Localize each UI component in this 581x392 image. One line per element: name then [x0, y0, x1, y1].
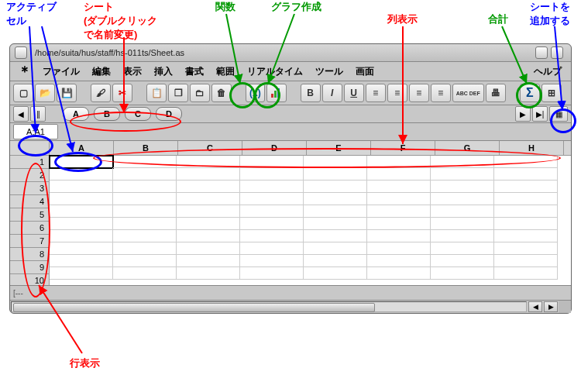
cut-icon[interactable]: ✂	[112, 84, 132, 102]
cell[interactable]	[177, 193, 240, 205]
col-header[interactable]: E	[307, 141, 371, 155]
sheet-last-icon[interactable]: ▶|	[532, 106, 548, 122]
cell[interactable]	[177, 255, 240, 267]
cell[interactable]	[113, 156, 177, 168]
row-header[interactable]: 3	[10, 182, 49, 195]
cell[interactable]	[240, 193, 304, 205]
sheet-next-icon[interactable]: ▶	[515, 106, 531, 122]
cell[interactable]	[494, 205, 558, 218]
cell[interactable]	[240, 205, 304, 218]
window-button-r1[interactable]	[535, 46, 548, 59]
align-justify-icon[interactable]: ≡	[431, 84, 451, 102]
titlebar[interactable]: /home/suita/hus/staff/hs-011ts/Sheet.as	[10, 44, 571, 62]
cell[interactable]	[113, 168, 177, 181]
cell[interactable]	[494, 255, 558, 267]
cell[interactable]	[304, 193, 367, 205]
cell-a1[interactable]	[50, 156, 113, 168]
cell[interactable]	[304, 267, 367, 280]
sheet-tab-c[interactable]: C	[125, 107, 151, 121]
cell[interactable]	[367, 205, 431, 218]
copy-icon[interactable]: ❐	[168, 84, 188, 102]
app-menu-icon[interactable]: ＊	[13, 62, 36, 81]
cell[interactable]	[177, 230, 240, 242]
row-header[interactable]: 5	[10, 208, 49, 222]
cell[interactable]	[177, 181, 240, 193]
sum-button[interactable]: Σ	[520, 84, 540, 102]
row-header[interactable]: 8	[10, 248, 49, 261]
cell[interactable]	[240, 230, 304, 242]
row-header[interactable]: 2	[10, 169, 49, 182]
cell[interactable]	[494, 168, 558, 181]
cell[interactable]	[113, 255, 177, 267]
cell[interactable]	[431, 218, 494, 230]
cell[interactable]	[367, 267, 431, 280]
col-header[interactable]: H	[500, 141, 564, 155]
menu-window[interactable]: 画面	[349, 64, 380, 80]
menu-insert[interactable]: 挿入	[148, 64, 179, 80]
menu-realtime[interactable]: リアルタイム	[241, 64, 309, 80]
cell[interactable]	[240, 181, 304, 193]
brush-icon[interactable]: 🖌	[91, 84, 111, 102]
cell[interactable]	[494, 267, 558, 280]
sheet-tab-a[interactable]: A	[63, 107, 89, 121]
cell[interactable]	[304, 168, 367, 181]
align-center-icon[interactable]: ≡	[387, 84, 407, 102]
cell[interactable]	[50, 181, 113, 193]
cell[interactable]	[304, 242, 367, 255]
cell[interactable]	[367, 193, 431, 205]
cell[interactable]	[304, 205, 367, 218]
cell[interactable]	[304, 230, 367, 242]
row-header[interactable]: 10	[10, 274, 49, 285]
window-button[interactable]	[15, 46, 27, 59]
resize-grip-icon[interactable]	[559, 301, 571, 313]
cell[interactable]	[50, 255, 113, 267]
cell[interactable]	[304, 255, 367, 267]
align-right-icon[interactable]: ≡	[409, 84, 429, 102]
cell[interactable]	[431, 267, 494, 280]
cell[interactable]	[177, 242, 240, 255]
cell[interactable]	[431, 168, 494, 181]
col-header[interactable]: D	[242, 141, 307, 155]
trash-icon[interactable]: 🗑	[211, 84, 232, 102]
cell[interactable]	[177, 267, 240, 280]
paste-icon[interactable]: 📋	[146, 84, 167, 102]
cell[interactable]	[177, 168, 240, 181]
col-header[interactable]: F	[371, 141, 435, 155]
cell[interactable]	[177, 218, 240, 230]
folder-icon[interactable]: 🗀	[190, 84, 210, 102]
cell[interactable]	[431, 156, 494, 168]
cell[interactable]	[113, 181, 177, 193]
italic-button[interactable]: I	[322, 84, 342, 102]
cell[interactable]	[240, 168, 304, 181]
cell[interactable]	[177, 156, 240, 168]
sheet-tab-d[interactable]: D	[156, 107, 182, 121]
cell[interactable]	[431, 230, 494, 242]
cell[interactable]	[367, 218, 431, 230]
sheet-prev-icon[interactable]: ◀	[13, 106, 29, 122]
cells-area[interactable]	[50, 156, 571, 285]
cell[interactable]	[50, 218, 113, 230]
sheet-prev2-icon[interactable]: ‖	[30, 106, 46, 122]
bold-button[interactable]: B	[301, 84, 321, 102]
cell[interactable]	[240, 267, 304, 280]
cell[interactable]	[177, 205, 240, 218]
cell[interactable]	[367, 181, 431, 193]
cell[interactable]	[113, 205, 177, 218]
cell[interactable]	[304, 181, 367, 193]
grid-icon[interactable]: ⊞	[541, 84, 562, 102]
cell[interactable]	[240, 255, 304, 267]
cell[interactable]	[113, 193, 177, 205]
col-header[interactable]: A	[50, 141, 114, 155]
row-header[interactable]: 4	[10, 195, 49, 208]
cell[interactable]	[431, 205, 494, 218]
align-left-icon[interactable]: ≡	[366, 84, 386, 102]
scrollbar-thumb[interactable]	[13, 303, 375, 312]
cell[interactable]	[304, 156, 367, 168]
cell[interactable]	[367, 156, 431, 168]
cell[interactable]	[494, 242, 558, 255]
row-header[interactable]: 6	[10, 222, 49, 235]
cell[interactable]	[113, 267, 177, 280]
chart-button[interactable]	[266, 84, 287, 102]
cell[interactable]	[494, 193, 558, 205]
cell[interactable]	[240, 156, 304, 168]
